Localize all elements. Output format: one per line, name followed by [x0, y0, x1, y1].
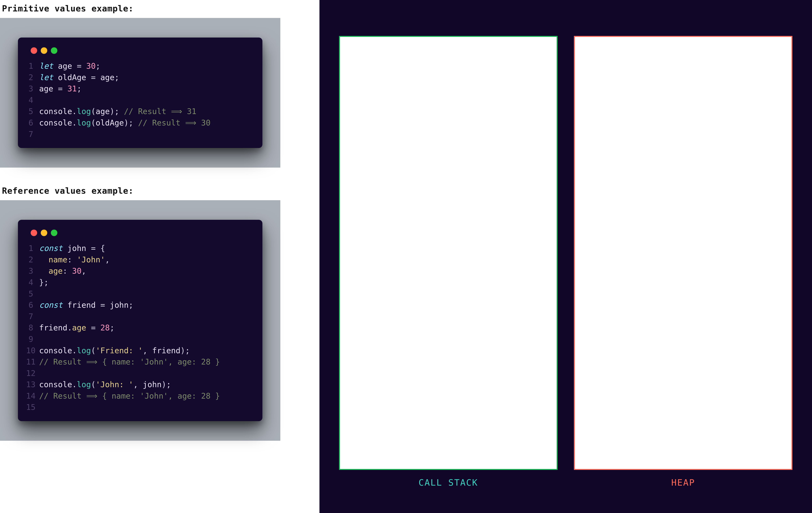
heap-box — [574, 36, 792, 470]
code-line: 12 — [26, 368, 253, 379]
code-line: 9 — [26, 333, 253, 345]
line-number: 1 — [26, 60, 39, 72]
memory-diagram: CALL STACK HEAP — [319, 0, 812, 513]
maximize-icon — [51, 230, 57, 236]
code-content — [39, 311, 44, 322]
code-content: let age = 30; — [39, 60, 100, 72]
code-content: age: 30, — [39, 265, 86, 277]
code-line: 15 — [26, 402, 253, 413]
code-window-primitives: 1let age = 30;2let oldAge = age;3age = 3… — [18, 37, 262, 148]
code-content: }; — [39, 277, 49, 288]
window-controls — [26, 46, 253, 60]
line-number: 3 — [26, 83, 39, 94]
code-line: 8friend.age = 28; — [26, 322, 253, 333]
code-line: 4}; — [26, 277, 253, 288]
line-number: 6 — [26, 117, 39, 129]
code-content — [39, 288, 44, 300]
code-content — [39, 402, 44, 413]
code-window-reference: 1const john = {2 name: 'John',3 age: 30,… — [18, 220, 262, 421]
line-number: 14 — [26, 390, 39, 402]
line-number: 5 — [26, 288, 39, 300]
code-line: 7 — [26, 311, 253, 322]
call-stack-box — [339, 36, 558, 470]
code-content: console.log(age); // Result ⟹ 31 — [39, 106, 196, 117]
code-line: 5console.log(age); // Result ⟹ 31 — [26, 106, 253, 117]
line-number: 3 — [26, 265, 39, 277]
line-number: 6 — [26, 299, 39, 311]
minimize-icon — [41, 230, 47, 236]
code-line: 1let age = 30; — [26, 60, 253, 72]
line-number: 9 — [26, 333, 39, 345]
code-line: 2 name: 'John', — [26, 254, 253, 266]
code-line: 3 age: 30, — [26, 265, 253, 277]
line-number: 1 — [26, 243, 39, 254]
code-content: const john = { — [39, 243, 105, 254]
code-line: 5 — [26, 288, 253, 300]
code-line: 4 — [26, 94, 253, 106]
code-line: 14// Result ⟹ { name: 'John', age: 28 } — [26, 390, 253, 402]
code-content: // Result ⟹ { name: 'John', age: 28 } — [39, 356, 220, 368]
code-content: console.log('Friend: ', friend); — [39, 345, 190, 356]
code-content: age = 31; — [39, 83, 82, 94]
code-panel-primitives: 1let age = 30;2let oldAge = age;3age = 3… — [0, 18, 280, 168]
heap-label: HEAP — [574, 478, 792, 488]
code-content — [39, 368, 44, 379]
line-number: 2 — [26, 72, 39, 83]
code-line: 11// Result ⟹ { name: 'John', age: 28 } — [26, 356, 253, 368]
code-content: name: 'John', — [39, 254, 110, 266]
section-title-reference: Reference values example: — [0, 182, 280, 200]
line-number: 7 — [26, 129, 39, 140]
code-content: // Result ⟹ { name: 'John', age: 28 } — [39, 390, 220, 402]
code-content — [39, 94, 44, 106]
code-line: 3age = 31; — [26, 83, 253, 94]
code-line: 7 — [26, 129, 253, 140]
code-line: 2let oldAge = age; — [26, 72, 253, 83]
window-controls — [26, 228, 253, 243]
code-block-primitives: 1let age = 30;2let oldAge = age;3age = 3… — [26, 60, 253, 140]
code-line: 6console.log(oldAge); // Result ⟹ 30 — [26, 117, 253, 129]
close-icon — [31, 47, 37, 54]
line-number: 12 — [26, 368, 39, 379]
code-line: 13console.log('John: ', john); — [26, 379, 253, 390]
code-line: 1const john = { — [26, 243, 253, 254]
code-line: 10console.log('Friend: ', friend); — [26, 345, 253, 356]
line-number: 15 — [26, 402, 39, 413]
line-number: 4 — [26, 94, 39, 106]
code-content: friend.age = 28; — [39, 322, 114, 333]
code-block-reference: 1const john = {2 name: 'John',3 age: 30,… — [26, 243, 253, 413]
call-stack-label: CALL STACK — [339, 478, 558, 488]
code-content — [39, 333, 44, 345]
code-line: 6const friend = john; — [26, 299, 253, 311]
close-icon — [31, 230, 37, 236]
line-number: 5 — [26, 106, 39, 117]
code-content: let oldAge = age; — [39, 72, 119, 83]
line-number: 10 — [26, 345, 39, 356]
minimize-icon — [41, 47, 47, 54]
line-number: 8 — [26, 322, 39, 333]
code-content: console.log(oldAge); // Result ⟹ 30 — [39, 117, 210, 129]
code-content: const friend = john; — [39, 299, 133, 311]
line-number: 7 — [26, 311, 39, 322]
code-content — [39, 129, 44, 140]
section-title-primitives: Primitive values example: — [0, 0, 280, 18]
line-number: 4 — [26, 277, 39, 288]
line-number: 11 — [26, 356, 39, 368]
maximize-icon — [51, 47, 57, 54]
line-number: 13 — [26, 379, 39, 390]
code-content: console.log('John: ', john); — [39, 379, 171, 390]
line-number: 2 — [26, 254, 39, 266]
code-panel-reference: 1const john = {2 name: 'John',3 age: 30,… — [0, 200, 280, 441]
